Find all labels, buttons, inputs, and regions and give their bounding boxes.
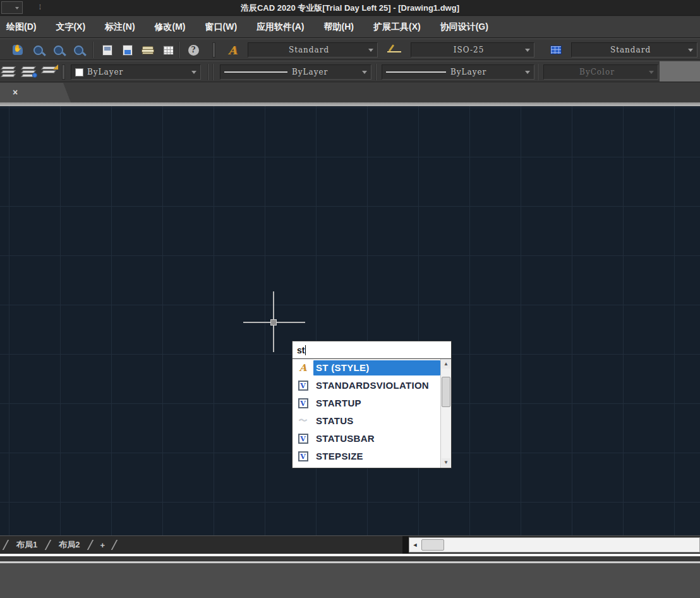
title-bar: ⁞ 浩辰CAD 2020 专业版[Trial Day Left 25] - [D… <box>0 0 700 16</box>
document-tab[interactable]: × <box>0 83 71 102</box>
dimension-style-icon[interactable] <box>387 42 402 58</box>
toolbar-separator <box>92 42 94 58</box>
status-divider-dark <box>0 556 700 561</box>
command-autocomplete-popup: st A ST (STYLE) V STANDARDSVIOLATION V S… <box>292 341 452 468</box>
autocomplete-item-st-style[interactable]: A ST (STYLE) <box>293 359 440 377</box>
menu-modify[interactable]: 修改(M) <box>155 21 186 33</box>
scroll-up-icon[interactable]: ▲ <box>442 360 450 369</box>
menu-text[interactable]: 文字(X) <box>56 21 85 33</box>
chevron-down-icon <box>525 49 530 52</box>
chevron-down-icon <box>688 49 693 52</box>
scroll-left-icon[interactable]: ◄ <box>411 540 419 550</box>
lineweight-sample <box>386 71 446 73</box>
dimension-style-combobox[interactable]: ISO-25 <box>411 42 534 58</box>
menu-dimension[interactable]: 标注(N) <box>105 21 135 33</box>
toolbar-separator <box>207 64 208 80</box>
tab-divider <box>3 540 9 550</box>
system-variable-icon: V <box>293 451 313 461</box>
system-variable-icon: V <box>293 381 313 391</box>
zoom-previous-icon[interactable] <box>71 42 86 58</box>
color-swatch <box>75 68 83 76</box>
layer-properties-icon[interactable] <box>1 64 16 80</box>
table-style-combobox[interactable]: Standard <box>571 42 697 58</box>
plot-style-value: ByColor <box>548 68 646 76</box>
lineweight-combobox[interactable]: ByLayer <box>382 64 534 80</box>
dimension-style-value: ISO-25 <box>415 46 522 54</box>
menu-help[interactable]: 帮助(H) <box>324 21 354 33</box>
toolbar-grip[interactable] <box>212 42 215 58</box>
scrollbar-thumb[interactable] <box>421 539 444 551</box>
menu-applications[interactable]: 应用软件(A) <box>256 21 304 33</box>
autocomplete-item-startup[interactable]: V STARTUP <box>293 394 440 412</box>
autocomplete-item-stepsize[interactable]: V STEPSIZE <box>293 448 440 465</box>
tab-divider <box>45 540 52 550</box>
plot-style-combobox: ByColor <box>543 64 658 80</box>
autocomplete-item-statusbar[interactable]: V STATUSBAR <box>293 430 440 448</box>
chevron-down-icon <box>649 71 654 74</box>
text-style-icon: A <box>293 362 313 374</box>
properties-toolbar: ByLayer ByLayer ByLayer ByColor <box>0 61 700 82</box>
zoom-window-icon[interactable] <box>51 42 66 58</box>
tabbar-scrollbar-divider <box>402 536 409 554</box>
designcenter-icon[interactable] <box>120 42 135 58</box>
autocomplete-scrollbar[interactable]: ▲ ▼ <box>440 359 451 468</box>
color-value: ByLayer <box>87 68 189 76</box>
linetype-combobox[interactable]: ByLayer <box>220 64 371 80</box>
window-title: 浩辰CAD 2020 专业版[Trial Day Left 25] - [Dra… <box>0 3 700 14</box>
application-window: ⁞ 浩辰CAD 2020 专业版[Trial Day Left 25] - [D… <box>0 0 700 598</box>
text-style-icon[interactable]: A <box>225 42 240 58</box>
scroll-down-icon[interactable]: ▼ <box>442 458 450 467</box>
scrollbar-thumb[interactable] <box>442 377 450 407</box>
chevron-down-icon <box>362 71 367 74</box>
toolbar-grip[interactable] <box>62 64 65 80</box>
autocomplete-item-standardsviolation[interactable]: V STANDARDSVIOLATION <box>293 377 440 394</box>
command-icon: 〜 <box>293 415 313 427</box>
toolbar-separator <box>212 64 214 80</box>
help-icon[interactable]: ? <box>186 42 201 58</box>
close-icon[interactable]: × <box>13 87 18 97</box>
menu-express-tools[interactable]: 扩展工具(X) <box>373 21 421 33</box>
toolbox-icon[interactable] <box>140 42 155 58</box>
text-style-combobox[interactable]: Standard <box>248 42 378 58</box>
status-zone <box>0 554 700 598</box>
layer-previous-icon[interactable] <box>42 64 57 80</box>
add-layout-button[interactable]: + <box>97 540 107 550</box>
text-cursor <box>305 345 306 355</box>
tab-layout1[interactable]: 布局1 <box>13 539 41 551</box>
layer-states-icon[interactable] <box>21 64 37 80</box>
layout-tab-bar: 布局1 布局2 + ◄ <box>0 535 700 554</box>
table-style-icon[interactable] <box>548 42 564 58</box>
lineweight-value: ByLayer <box>450 68 522 76</box>
document-tab-bar: × <box>0 83 700 102</box>
chevron-down-icon <box>191 71 196 74</box>
menu-window[interactable]: 窗口(W) <box>205 21 238 33</box>
toolbar-separator <box>375 64 377 80</box>
autocomplete-item-status[interactable]: 〜 STATUS <box>293 412 440 430</box>
properties-sheet-icon[interactable] <box>100 42 115 58</box>
text-style-value: Standard <box>252 46 366 54</box>
chevron-down-icon <box>525 71 530 74</box>
chevron-down-icon <box>368 49 373 52</box>
linetype-sample <box>224 71 287 73</box>
table-grid-icon[interactable] <box>160 42 176 58</box>
tab-layout2[interactable]: 布局2 <box>55 539 83 551</box>
system-variable-icon: V <box>293 434 313 444</box>
autocomplete-list: A ST (STYLE) V STANDARDSVIOLATION V STAR… <box>293 359 440 468</box>
color-combobox[interactable]: ByLayer <box>71 64 201 80</box>
crosshair-pickbox <box>270 319 277 326</box>
tab-divider <box>111 540 118 550</box>
pan-hand-icon[interactable] <box>10 42 25 58</box>
menu-collaboration[interactable]: 协同设计(G) <box>440 21 488 33</box>
drawing-canvas[interactable] <box>0 106 700 535</box>
menu-draw[interactable]: 绘图(D) <box>6 21 36 33</box>
linetype-value: ByLayer <box>292 68 359 76</box>
standard-toolbar: ? A Standard ISO-25 Standard <box>0 39 700 60</box>
menu-bar: 绘图(D) 文字(X) 标注(N) 修改(M) 窗口(W) 应用软件(A) 帮助… <box>0 16 700 38</box>
command-input[interactable]: st <box>293 341 451 359</box>
command-input-text: st <box>297 345 305 355</box>
toolbar-dock-filler <box>660 61 700 82</box>
status-divider-light2 <box>0 561 700 563</box>
horizontal-scrollbar[interactable]: ◄ <box>409 537 700 552</box>
tab-divider <box>87 540 94 550</box>
zoom-realtime-icon[interactable] <box>30 42 45 58</box>
